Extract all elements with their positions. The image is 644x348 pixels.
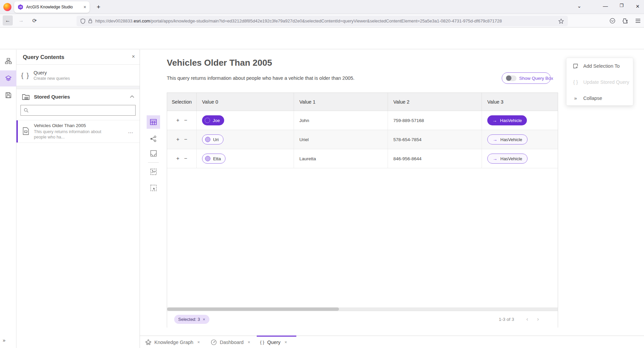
forward-button[interactable]: → xyxy=(16,15,26,25)
query-create-item[interactable]: { } Query Create new queries xyxy=(16,65,140,86)
panel-header: Query Contents × xyxy=(16,50,140,65)
selection-tool-button[interactable] xyxy=(147,181,160,194)
clear-selection-icon[interactable]: × xyxy=(203,317,205,322)
tab-close-icon[interactable]: × xyxy=(248,340,250,345)
braces-icon: { } xyxy=(21,72,30,79)
search-input[interactable] xyxy=(31,108,132,113)
entity-chip[interactable]: Joe xyxy=(202,115,224,125)
menu-item-add-selection-to[interactable]: Add Selection To xyxy=(566,58,633,74)
cell-value: Lauretta xyxy=(294,149,388,168)
prev-page-button[interactable]: ‹ xyxy=(526,316,528,323)
show-query-box-toggle[interactable]: Show Query Box xyxy=(502,72,551,84)
tab-close-icon[interactable]: × xyxy=(285,340,287,345)
url-bar[interactable]: https://dev0028833.esri.com/portal/apps/… xyxy=(77,16,568,26)
stored-query-item[interactable]: Vehicles Older Than 2005 This query retu… xyxy=(16,120,140,143)
extensions-puzzle-icon[interactable] xyxy=(620,16,630,26)
braces-icon: { } xyxy=(260,340,264,345)
stored-queries-folder-icon xyxy=(22,93,30,101)
shield-icon[interactable] xyxy=(81,18,85,24)
browser-tab[interactable]: ArcGIS Knowledge Studio × xyxy=(14,1,90,13)
pocket-icon[interactable] xyxy=(607,16,617,26)
panel-title: Query Contents xyxy=(23,54,64,60)
arrow-right-icon: → xyxy=(493,156,497,161)
new-tab-button[interactable]: + xyxy=(97,3,100,11)
browser-tab-bar: ArcGIS Knowledge Studio × + ⌄ — ❐ × xyxy=(0,0,644,14)
menu-item-collapse[interactable]: » Collapse xyxy=(566,90,633,106)
table-footer: Selected: 3 × 1-3 of 3 ‹ › xyxy=(167,311,558,328)
stored-queries-search[interactable] xyxy=(20,105,136,116)
stored-query-title: Vehicles Older Than 2005 xyxy=(34,123,86,128)
back-button[interactable]: ← xyxy=(3,15,13,25)
save-icon xyxy=(5,92,11,98)
browser-menu-icon[interactable] xyxy=(633,16,643,26)
relationship-chip[interactable]: →HasVehicle xyxy=(487,134,528,144)
scrollbar-thumb[interactable] xyxy=(167,307,339,311)
add-selection-icon[interactable]: + xyxy=(176,118,179,123)
add-selection-to-icon xyxy=(572,63,579,69)
table-row[interactable]: + − Etta Lauretta 846-956-8644 →HasVehic… xyxy=(167,149,558,168)
map-icon xyxy=(150,150,157,157)
chevron-up-icon[interactable] xyxy=(130,95,134,98)
tab-close-icon[interactable]: × xyxy=(197,340,200,345)
bottom-tab-bar: Knowledge Graph × Dashboard × { } Query … xyxy=(140,336,644,348)
chevrons-right-icon: » xyxy=(572,95,579,101)
stored-queries-header[interactable]: Stored Queries xyxy=(16,92,140,103)
lock-icon[interactable] xyxy=(88,18,92,23)
query-contents-panel: Query Contents × { } Query Create new qu… xyxy=(16,50,140,348)
firefox-icon[interactable] xyxy=(3,3,11,11)
expand-rail-icon[interactable]: » xyxy=(3,337,5,343)
hierarchy-icon xyxy=(5,58,12,64)
url-text: https://dev0028833.esri.com/portal/apps/… xyxy=(95,18,555,23)
remove-selection-icon[interactable]: − xyxy=(184,137,187,142)
table-row[interactable]: + − Uri Uriel 578-654-7854 →HasVehicle xyxy=(167,130,558,149)
tab-query[interactable]: { } Query × xyxy=(260,336,287,348)
horizontal-scrollbar[interactable] xyxy=(167,307,558,311)
layers-icon xyxy=(5,75,12,82)
toggle-track xyxy=(506,75,516,81)
selected-count-chip[interactable]: Selected: 3 × xyxy=(174,315,209,324)
remove-selection-icon[interactable]: − xyxy=(184,118,187,123)
image-frame-icon xyxy=(150,169,157,175)
sidebar-item-save[interactable] xyxy=(0,87,16,103)
toggle-knob xyxy=(506,75,511,81)
share-nodes-icon xyxy=(150,135,157,142)
window-minimize-button[interactable]: — xyxy=(601,3,610,9)
add-selection-icon[interactable]: + xyxy=(176,137,179,142)
window-maximize-button[interactable]: ❐ xyxy=(617,3,626,8)
add-selection-icon[interactable]: + xyxy=(176,156,179,161)
query-item-subtitle: Create new queries xyxy=(34,76,70,81)
tab-close-icon[interactable]: × xyxy=(84,4,86,10)
table-row[interactable]: + − Joe John 759-889-57168 →HasVehicle xyxy=(167,111,558,130)
link-chart-button[interactable] xyxy=(147,132,160,146)
table-view-button[interactable] xyxy=(147,115,160,129)
entity-chip[interactable]: Uri xyxy=(202,134,224,144)
cell-value: 759-889-57168 xyxy=(388,111,482,130)
tool-divider xyxy=(148,162,159,163)
item-options-icon[interactable]: … xyxy=(128,128,134,134)
next-page-button[interactable]: › xyxy=(537,316,539,323)
relationship-chip[interactable]: →HasVehicle xyxy=(487,154,528,164)
page-title: Vehicles Older Than 2005 xyxy=(167,58,272,68)
tab-dashboard[interactable]: Dashboard × xyxy=(211,336,250,348)
search-icon xyxy=(24,108,29,113)
tab-knowledge-graph[interactable]: Knowledge Graph × xyxy=(145,336,200,348)
app-header: Certification Project ? PL publisher2 la… xyxy=(0,27,644,49)
dashed-select-icon xyxy=(150,185,157,191)
cell-value: 578-654-7854 xyxy=(388,130,482,149)
remove-selection-icon[interactable]: − xyxy=(184,156,187,161)
bookmark-star-icon[interactable] xyxy=(558,18,564,24)
map-view-button[interactable] xyxy=(147,147,160,160)
pagination-info: 1-3 of 3 xyxy=(499,317,514,322)
panel-close-icon[interactable]: × xyxy=(132,54,135,60)
sidebar-item-data-model[interactable] xyxy=(0,53,16,69)
add-to-map-button[interactable] xyxy=(147,165,160,178)
sidebar-item-contents[interactable] xyxy=(0,70,16,86)
list-tabs-icon[interactable]: ⌄ xyxy=(575,3,584,9)
query-item-title: Query xyxy=(34,70,70,75)
braces-icon: { } xyxy=(572,79,579,85)
reload-button[interactable]: ⟳ xyxy=(30,15,40,25)
window-close-button[interactable]: × xyxy=(633,3,642,10)
entity-chip[interactable]: Etta xyxy=(202,154,226,164)
relationship-chip[interactable]: →HasVehicle xyxy=(487,115,527,125)
menu-item-update-stored-query[interactable]: { } Update Stored Query xyxy=(566,74,633,90)
